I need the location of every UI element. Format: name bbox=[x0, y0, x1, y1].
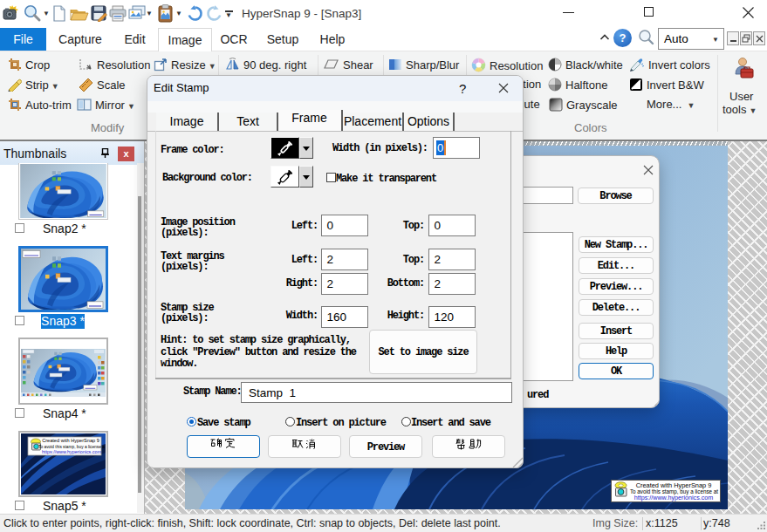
svg-text:https://www.hyperionics.com: https://www.hyperionics.com bbox=[634, 494, 714, 501]
svg-text:Created with HyperSnap 9: Created with HyperSnap 9 bbox=[42, 438, 99, 443]
svg-text:https://www.hyperionics.com: https://www.hyperionics.com bbox=[42, 449, 102, 454]
